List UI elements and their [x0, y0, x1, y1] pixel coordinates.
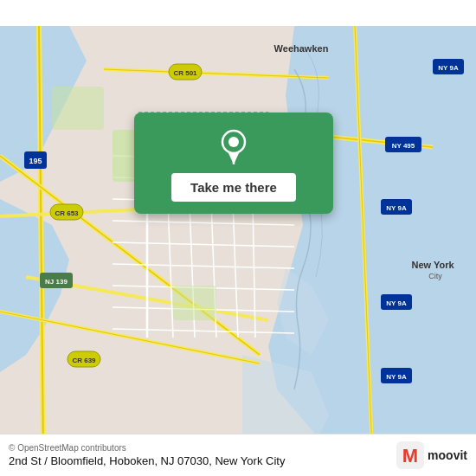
svg-text:New York: New York	[411, 260, 454, 270]
svg-rect-60	[173, 286, 216, 320]
moovit-logo: M moovit	[396, 441, 467, 469]
svg-point-64	[228, 137, 239, 147]
map-background: 195 CR 501 CR 653 CR 639 NJ 139 NY 495 N…	[0, 0, 476, 476]
location-pin-icon	[215, 126, 253, 164]
svg-text:CR 639: CR 639	[72, 357, 96, 364]
svg-text:NJ 139: NJ 139	[45, 278, 68, 286]
svg-text:195: 195	[29, 157, 42, 165]
moovit-icon: M	[396, 441, 424, 469]
bottom-info: © OpenStreetMap contributors 2nd St / Bl…	[9, 443, 396, 467]
take-me-there-button[interactable]: Take me there	[171, 173, 296, 202]
svg-rect-59	[52, 87, 104, 130]
svg-text:M: M	[402, 445, 418, 466]
svg-text:NY 9A: NY 9A	[438, 64, 459, 72]
svg-text:City: City	[428, 272, 442, 280]
copyright-text: © OpenStreetMap contributors	[9, 443, 396, 453]
map-container[interactable]: 195 CR 501 CR 653 CR 639 NJ 139 NY 495 N…	[0, 0, 476, 476]
location-card: Take me there	[134, 113, 333, 214]
svg-text:NY 9A: NY 9A	[386, 299, 407, 307]
svg-marker-65	[228, 153, 239, 164]
svg-text:NY 9A: NY 9A	[386, 373, 407, 381]
svg-text:Weehawken: Weehawken	[274, 43, 329, 54]
svg-text:NY 495: NY 495	[392, 142, 415, 150]
svg-text:NY 9A: NY 9A	[386, 204, 407, 212]
svg-text:CR 501: CR 501	[173, 69, 197, 77]
address-text: 2nd St / Bloomfield, Hoboken, NJ 07030, …	[9, 454, 396, 467]
bottom-bar: © OpenStreetMap contributors 2nd St / Bl…	[0, 434, 476, 476]
svg-text:CR 653: CR 653	[55, 209, 79, 217]
moovit-label: moovit	[428, 448, 467, 462]
